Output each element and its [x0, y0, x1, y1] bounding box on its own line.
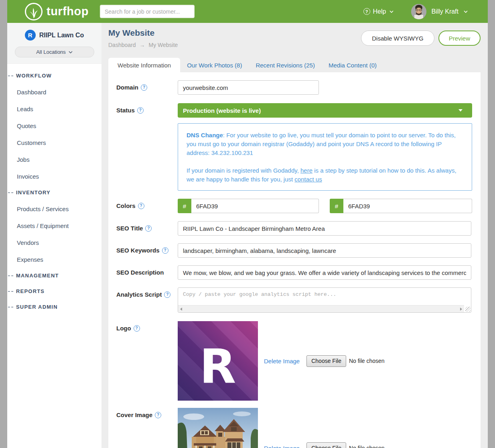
grass-logo-icon: [25, 3, 43, 20]
cover-no-file-text: No file chosen: [349, 445, 385, 448]
breadcrumb: Dashboard → My Website: [108, 42, 178, 48]
sidebar-item-expenses[interactable]: Expenses: [7, 251, 101, 268]
help-tooltip-icon[interactable]: ?: [162, 247, 168, 254]
right-scrollbar[interactable]: [488, 0, 495, 448]
sidebar-section-super-admin[interactable]: SUPER ADMIN: [7, 299, 101, 315]
sidebar-item-leads[interactable]: Leads: [7, 100, 101, 117]
scroll-left-icon[interactable]: [180, 307, 182, 311]
scroll-right-icon[interactable]: [460, 307, 462, 311]
logo-image: R: [178, 321, 258, 401]
help-tooltip-icon[interactable]: ?: [164, 291, 170, 298]
tab-our-work-photos[interactable]: Our Work Photos (8): [180, 58, 249, 72]
seo-description-input[interactable]: [178, 265, 471, 280]
chevron-down-icon: [389, 9, 394, 14]
all-locations-dropdown[interactable]: All Locations: [15, 47, 94, 57]
horizontal-scrollbar[interactable]: [178, 305, 464, 312]
section-dash-icon: [8, 307, 13, 307]
analytics-script-textarea[interactable]: Copy / paste your google analytics scrip…: [178, 287, 471, 313]
website-information-panel: Domain ? Status ? Production (website is…: [108, 72, 481, 448]
domain-label: Domain ?: [116, 80, 178, 91]
help-tooltip-icon[interactable]: ?: [155, 412, 161, 418]
cover-image-label: Cover Image ?: [116, 408, 178, 418]
user-menu[interactable]: Billy Kraft: [431, 8, 468, 15]
section-dash-icon: [8, 75, 13, 76]
seo-keywords-input[interactable]: [178, 243, 471, 258]
sidebar-item-jobs[interactable]: Jobs: [7, 151, 101, 168]
analytics-script-label: Analytics Script ?: [116, 287, 178, 298]
sidebar: R RIIPL Lawn Co All Locations WORKFLOW D…: [7, 23, 101, 448]
breadcrumb-dashboard[interactable]: Dashboard: [108, 42, 136, 48]
breadcrumb-arrow-icon: →: [140, 42, 145, 48]
dns-notice-paragraph-2: If your domain is registered with Godadd…: [187, 166, 464, 184]
help-icon: ?: [363, 8, 370, 15]
sidebar-item-customers[interactable]: Customers: [7, 134, 101, 151]
status-selected-value: Production (website is live): [178, 107, 261, 114]
cover-delete-image-link[interactable]: Delete Image: [264, 445, 300, 448]
tab-website-information[interactable]: Website Information: [108, 58, 180, 72]
resize-grip-icon[interactable]: [465, 307, 471, 312]
sidebar-item-products-services[interactable]: Products / Services: [7, 200, 101, 217]
preview-button[interactable]: Preview: [438, 31, 481, 46]
help-tooltip-icon[interactable]: ?: [145, 225, 152, 232]
sidebar-section-management[interactable]: MANAGEMENT: [7, 268, 101, 283]
logo-delete-image-link[interactable]: Delete Image: [264, 358, 300, 365]
tab-recent-revisions[interactable]: Recent Revisions (25): [249, 58, 322, 72]
company-logo-icon: R: [25, 30, 36, 41]
sidebar-company-block: R RIIPL Lawn Co All Locations: [7, 23, 101, 64]
sidebar-section-workflow[interactable]: WORKFLOW: [7, 68, 101, 83]
tab-media-content[interactable]: Media Content (0): [322, 58, 383, 72]
chevron-down-icon: [68, 50, 73, 54]
user-name: Billy Kraft: [431, 8, 458, 15]
all-locations-label: All Locations: [36, 49, 66, 55]
status-select[interactable]: Production (website is live): [178, 103, 472, 118]
sidebar-item-vendors[interactable]: Vendors: [7, 234, 101, 251]
hash-prefix-icon: #: [330, 199, 343, 213]
seo-description-label: SEO Description: [116, 265, 178, 276]
dns-change-notice: DNS Change: For your website to go live,…: [178, 123, 472, 191]
sidebar-item-assets-equipment[interactable]: Assets / Equipment: [7, 217, 101, 234]
main-content: My Website Dashboard → My Website Disabl…: [101, 23, 488, 448]
help-menu[interactable]: ? Help: [363, 8, 394, 15]
page-title: My Website: [108, 28, 154, 38]
chevron-down-icon: [463, 9, 468, 14]
sidebar-section-reports[interactable]: REPORTS: [7, 283, 101, 299]
tab-bar: Website Information Our Work Photos (8) …: [108, 56, 481, 72]
dns-notice-paragraph-1: DNS Change: For your website to go live,…: [187, 131, 464, 157]
status-label: Status ?: [116, 103, 178, 114]
user-avatar[interactable]: [411, 4, 426, 19]
dns-notice-title: DNS Change: [187, 132, 223, 138]
logo-no-file-text: No file chosen: [349, 358, 385, 364]
help-tooltip-icon[interactable]: ?: [134, 325, 140, 332]
company[interactable]: R RIIPL Lawn Co: [7, 30, 101, 41]
global-search-input[interactable]: [100, 5, 195, 18]
sidebar-item-quotes[interactable]: Quotes: [7, 117, 101, 134]
domain-input[interactable]: [178, 80, 319, 95]
brand-name: turfhop: [47, 5, 89, 18]
help-tooltip-icon[interactable]: ?: [137, 107, 144, 114]
help-tooltip-icon[interactable]: ?: [141, 84, 147, 91]
section-dash-icon: [8, 192, 13, 193]
cover-choose-file-button[interactable]: Choose File: [306, 442, 346, 448]
help-label: Help: [373, 8, 386, 15]
seo-title-input[interactable]: [178, 221, 471, 236]
breadcrumb-current: My Website: [149, 42, 178, 48]
colors-label: Colors ?: [116, 199, 178, 209]
tutorial-link[interactable]: here: [300, 167, 312, 174]
seo-title-label: SEO Title ?: [116, 221, 178, 232]
seo-keywords-label: SEO Keywords ?: [116, 243, 178, 254]
help-tooltip-icon[interactable]: ?: [138, 203, 144, 209]
company-name: RIIPL Lawn Co: [39, 32, 84, 39]
primary-color-input[interactable]: [191, 199, 319, 213]
brand-logo[interactable]: turfhop: [25, 3, 89, 20]
sidebar-item-invoices[interactable]: Invoices: [7, 168, 101, 185]
logo-choose-file-button[interactable]: Choose File: [306, 355, 346, 367]
sidebar-menu: WORKFLOW Dashboard Leads Quotes Customer…: [7, 64, 101, 315]
sidebar-item-dashboard[interactable]: Dashboard: [7, 83, 101, 100]
secondary-color-input[interactable]: [343, 199, 472, 213]
contact-us-link[interactable]: contact us: [294, 176, 322, 183]
disable-wysiwyg-button[interactable]: Disable WYSIWYG: [361, 31, 434, 46]
sidebar-section-inventory[interactable]: INVENTORY: [7, 185, 101, 200]
left-scrollbar[interactable]: [0, 0, 7, 448]
section-dash-icon: [8, 275, 13, 276]
hash-prefix-icon: #: [178, 199, 191, 213]
